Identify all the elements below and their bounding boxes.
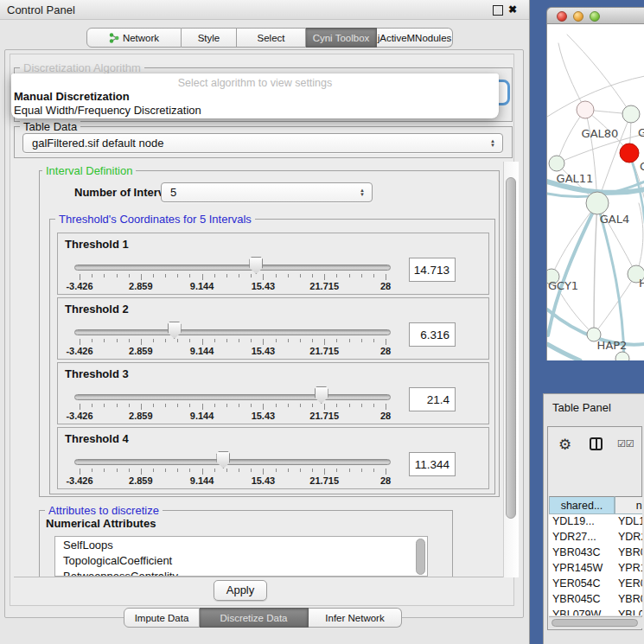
slider-tick-label: 2.859 (129, 346, 153, 356)
tab-select[interactable]: Select (237, 28, 306, 48)
threshold-value-field[interactable]: 11.344 (409, 452, 456, 476)
node-label-gal4: GAL4 (600, 213, 629, 226)
tab-infer-network[interactable]: Infer Network (309, 608, 402, 628)
network-window-titlebar[interactable] (546, 7, 644, 24)
slider-tick (92, 404, 92, 407)
slider-track[interactable] (74, 265, 391, 271)
network-node-gal80[interactable] (577, 101, 594, 118)
slider-track[interactable] (74, 459, 391, 465)
tab-network[interactable]: Network (86, 28, 182, 48)
zoom-traffic-light[interactable] (590, 11, 600, 22)
table-cell[interactable]: YBL0 (618, 609, 642, 615)
table-cell[interactable]: YER0 (618, 577, 642, 590)
table-cell[interactable]: YDR27... (552, 531, 596, 543)
table-cell[interactable]: YBR043C (552, 546, 601, 558)
slider-track[interactable] (74, 394, 391, 400)
scrollbar-thumb[interactable] (506, 177, 516, 519)
tab-cyni-toolbox[interactable]: Cyni Toolbox (306, 28, 377, 48)
table-horizontal-scrollbar[interactable] (549, 616, 642, 628)
number-of-intervals-combobox[interactable]: 5 ▲▼ (161, 182, 373, 202)
slider-tick (276, 339, 277, 342)
node-label-h: H (639, 277, 644, 290)
select-columns-checkboxes-icon[interactable]: ☑☑ (617, 438, 634, 450)
combo-arrows-icon: ▲▼ (490, 139, 495, 148)
slider-tick (276, 469, 277, 472)
table-cell[interactable]: YER054C (552, 577, 601, 590)
network-node-gal11[interactable] (549, 156, 564, 171)
settings-vertical-scrollbar[interactable] (503, 162, 519, 577)
table-data-combobox[interactable]: galFiltered.sif default node ▲▼ (22, 133, 503, 153)
slider-tick (177, 469, 178, 472)
tab-impute-data[interactable]: Impute Data (124, 608, 200, 628)
network-node-gal4[interactable] (586, 192, 609, 214)
columns-icon[interactable] (590, 437, 603, 450)
column-header-shared-[interactable]: shared... (549, 496, 615, 514)
network-edge[interactable] (567, 35, 631, 114)
float-window-icon[interactable] (493, 5, 503, 16)
attributes-list-scrollbar[interactable] (416, 539, 425, 575)
network-node-node-bottom[interactable] (615, 352, 629, 360)
slider-tick (288, 469, 289, 472)
table-cell[interactable]: YPR1 (618, 562, 642, 574)
slider-tick-label: 9.144 (190, 475, 214, 486)
table-cell[interactable]: YDR2 (618, 531, 642, 543)
slider-tick (165, 339, 166, 342)
apply-button[interactable]: Apply (214, 580, 267, 601)
slider-tick (153, 469, 154, 472)
popup-option-equal-width-frequency[interactable]: Equal Width/Frequency Discretization (13, 104, 498, 118)
attribute-table[interactable]: shared...nameYDL19...YDL1YDR27...YDR2YBR… (549, 496, 642, 615)
list-item-topologicalcoefficient[interactable]: TopologicalCoefficient (63, 554, 172, 569)
network-node-node-red-selected[interactable] (620, 143, 639, 163)
threshold-value-field[interactable]: 21.4 (409, 387, 456, 411)
close-icon[interactable]: ✖ (507, 3, 519, 16)
scrollbar-thumb[interactable] (552, 619, 638, 627)
minimize-traffic-light[interactable] (573, 11, 583, 22)
popup-option-manual-discretization[interactable]: Manual Discretization (13, 90, 498, 104)
list-item-betweennesscentrality[interactable]: BetweennessCentrality (63, 570, 178, 577)
screen: Control Panel ✖ Discretization Algorithm… (0, 0, 644, 644)
gear-icon[interactable]: ⚙ (558, 436, 571, 453)
slider-tick (300, 404, 301, 407)
close-traffic-light[interactable] (557, 11, 567, 22)
tab-jactivemnodules[interactable]: jActiveMNodules (377, 28, 453, 48)
network-edge[interactable] (558, 43, 585, 110)
network-view-canvas[interactable]: GAL80GACGAL11GAL4GCY1HHAP2 (546, 24, 644, 360)
interval-definition-group: Interval Definition Number of Intervals … (39, 170, 500, 497)
list-item-selfloops[interactable]: SelfLoops (63, 539, 113, 553)
slider-tick (386, 339, 386, 345)
slider-tick (251, 404, 252, 407)
column-header-name[interactable]: name (615, 496, 642, 514)
slider-thumb[interactable] (249, 257, 263, 274)
network-edge[interactable] (594, 203, 597, 335)
table-cell[interactable]: YPR145W (552, 562, 603, 574)
table-cell[interactable]: YBR045C (552, 593, 601, 605)
network-node-node-g[interactable] (622, 105, 640, 123)
threshold-label: Threshold 2 (65, 303, 129, 316)
slider-tick (214, 274, 215, 277)
settings-scroll-viewport: Interval Definition Number of Intervals … (14, 162, 503, 577)
table-cell[interactable]: YBL079W (552, 609, 601, 615)
threshold-value-field[interactable]: 14.713 (409, 258, 456, 282)
numerical-attributes-list[interactable]: SelfLoopsTopologicalCoefficientBetweenne… (54, 536, 428, 577)
table-cell[interactable]: YBR0 (618, 546, 642, 558)
tab-label: jActiveMNodules (378, 33, 452, 43)
threshold-label: Threshold 3 (65, 367, 129, 380)
threshold-value-field[interactable]: 6.316 (409, 322, 456, 347)
slider-track[interactable] (74, 329, 391, 335)
slider-tick (239, 339, 239, 342)
network-edge[interactable] (636, 203, 643, 274)
slider-thumb[interactable] (168, 322, 182, 339)
slider-thumb[interactable] (315, 386, 328, 404)
node-label-ga: GA (638, 126, 644, 139)
slider-tick (349, 339, 350, 342)
table-cell[interactable]: YDL1 (618, 515, 642, 527)
tab-style[interactable]: Style (182, 28, 237, 48)
table-cell[interactable]: YDL19... (552, 515, 595, 527)
slider-thumb[interactable] (216, 451, 230, 469)
slider-tick (312, 274, 313, 277)
network-edge[interactable] (547, 344, 580, 360)
slider-tick (177, 404, 178, 407)
tab-discretize-data[interactable]: Discretize Data (200, 608, 309, 628)
table-cell[interactable]: YBR0 (618, 593, 642, 605)
network-edge[interactable] (594, 274, 636, 335)
